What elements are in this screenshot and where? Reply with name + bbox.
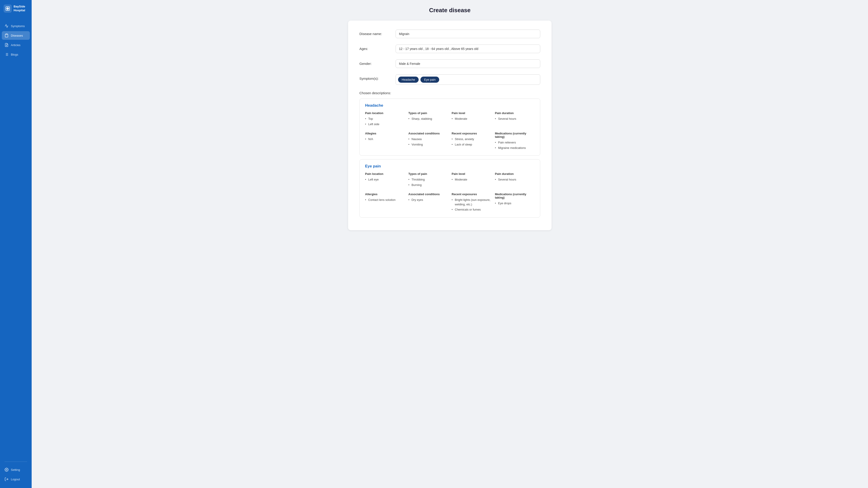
symptoms-row: Symptom(s): Headache Eye pain: [360, 74, 540, 85]
list-item: Moderate: [452, 117, 491, 121]
headache-pain-duration-list: Several hours: [495, 117, 535, 121]
list-item: Lack of sleep: [452, 142, 491, 147]
eye-pain-duration: Pain duration Several hours: [495, 172, 535, 188]
list-item: Chemicals or fumes: [452, 207, 491, 212]
logo[interactable]: BaySide Hospital: [0, 0, 32, 17]
list-item: Sharp, stabbing: [408, 117, 448, 121]
eye-pain-location: Pain location Left eye: [365, 172, 405, 188]
sidebar-item-articles[interactable]: Articles: [2, 41, 30, 49]
sidebar-label-setting: Setting: [11, 468, 20, 471]
list-item: Burning: [408, 183, 448, 187]
disease-name-label: Disease name:: [360, 30, 396, 36]
headache-medications-list: Pain relievers Migraine medications: [495, 140, 535, 150]
eye-pain-level: Pain level Moderate: [452, 172, 491, 188]
symptom-tag-headache[interactable]: Headache: [398, 76, 418, 83]
headache-pain-level-title: Pain level: [452, 111, 491, 115]
headache-associated-conditions: Associated conditions Nausea Vomiting: [408, 132, 448, 151]
list-item: Moderate: [452, 177, 491, 182]
eye-medications: Medications (currently taking) Eye drops: [495, 193, 535, 213]
description-card-eye-pain: Eye pain Pain location Left eye Types of…: [360, 159, 540, 218]
list-icon: [4, 53, 8, 57]
chosen-descriptions-section: Chosen descriptions: Headache Pain locat…: [360, 91, 540, 218]
sidebar-item-diseases[interactable]: Diseases: [2, 31, 30, 40]
eye-recent-exposures-title: Recent exposures: [452, 193, 491, 196]
eye-medications-title: Medications (currently taking): [495, 193, 535, 199]
list-item: Several hours: [495, 177, 535, 182]
headache-pain-duration-title: Pain duration: [495, 111, 535, 115]
eye-pain-location-title: Pain location: [365, 172, 405, 175]
main-content: Create disease Disease name: Ages: Gende…: [32, 0, 868, 488]
ages-input[interactable]: [396, 44, 540, 53]
sidebar-item-blogs[interactable]: Blogs: [2, 50, 30, 59]
symptoms-field: Headache Eye pain: [396, 74, 540, 85]
sidebar-label-diseases: Diseases: [11, 34, 23, 37]
list-item: Left side: [365, 122, 405, 127]
headache-pain-level-list: Moderate: [452, 117, 491, 121]
list-item: Left eye: [365, 177, 405, 182]
headache-recent-exposures-title: Recent exposures: [452, 132, 491, 135]
headache-pain-location-list: Top Left side: [365, 117, 405, 126]
gender-input[interactable]: [396, 59, 540, 68]
sidebar: BaySide Hospital Symptoms Diseases: [0, 0, 32, 488]
headache-pain-location: Pain location Top Left side: [365, 111, 405, 127]
activity-icon: [4, 24, 8, 28]
headache-allergies-title: Allegies: [365, 132, 405, 135]
sidebar-item-symptoms[interactable]: Symptoms: [2, 22, 30, 30]
headache-grid: Pain location Top Left side Types of pai…: [365, 111, 535, 151]
list-item: Stress, anxiety: [452, 137, 491, 141]
symptoms-container[interactable]: Headache Eye pain: [396, 74, 540, 85]
symptoms-label: Symptom(s):: [360, 74, 396, 80]
eye-types-of-pain: Types of pain Throbbing Burning: [408, 172, 448, 188]
gender-label: Gender:: [360, 59, 396, 66]
list-item: Contact lens solution: [365, 198, 405, 202]
chosen-descriptions-label: Chosen descriptions:: [360, 91, 540, 95]
eye-pain-level-title: Pain level: [452, 172, 491, 175]
disease-name-input[interactable]: [396, 30, 540, 38]
logo-icon: [4, 4, 12, 13]
gender-row: Gender:: [360, 59, 540, 68]
svg-point-11: [6, 469, 7, 470]
eye-pain-grid: Pain location Left eye Types of pain Thr…: [365, 172, 535, 213]
list-item: Migraine medications: [495, 146, 535, 150]
headache-recent-exposures: Recent exposures Stress, anxiety Lack of…: [452, 132, 491, 151]
ages-row: Ages:: [360, 44, 540, 53]
eye-allergies-list: Contact lens solution: [365, 198, 405, 202]
list-item: Bright lights (sun exposure, welding, et…: [452, 198, 491, 206]
sidebar-item-setting[interactable]: Setting: [2, 465, 30, 474]
eye-allergies: Allergies Contact lens solution: [365, 193, 405, 213]
list-item: N/A: [365, 137, 405, 141]
page-title: Create disease: [41, 7, 859, 14]
ages-field: [396, 44, 540, 53]
sidebar-nav: Symptoms Diseases Articles: [0, 22, 32, 460]
eye-assoc-conditions-list: Dry eyes: [408, 198, 448, 202]
headache-types-of-pain: Types of pain Sharp, stabbing: [408, 111, 448, 127]
eye-types-pain-list: Throbbing Burning: [408, 177, 448, 187]
svg-point-1: [7, 8, 8, 9]
headache-pain-location-title: Pain location: [365, 111, 405, 115]
list-item: Dry eyes: [408, 198, 448, 202]
list-item: Several hours: [495, 117, 535, 121]
file-icon: [4, 43, 8, 47]
headache-allergies: Allegies N/A: [365, 132, 405, 151]
headache-pain-duration: Pain duration Several hours: [495, 111, 535, 127]
sidebar-item-logout[interactable]: Logout: [2, 475, 30, 484]
eye-allergies-title: Allergies: [365, 193, 405, 196]
list-item: Pain relievers: [495, 140, 535, 145]
list-item: Eye drops: [495, 201, 535, 205]
clipboard-icon: [4, 33, 8, 37]
description-title-headache: Headache: [365, 103, 535, 108]
list-item: Vomiting: [408, 142, 448, 147]
sidebar-bottom: Setting Logout: [0, 460, 32, 488]
logout-icon: [4, 477, 8, 481]
ages-label: Ages:: [360, 44, 396, 51]
description-card-headache: Headache Pain location Top Left side Typ…: [360, 98, 540, 156]
symptom-tag-eye-pain[interactable]: Eye pain: [421, 76, 439, 83]
list-item: Nausea: [408, 137, 448, 141]
list-item: Throbbing: [408, 177, 448, 182]
disease-name-row: Disease name:: [360, 30, 540, 38]
eye-associated-conditions: Associated conditions Dry eyes: [408, 193, 448, 213]
eye-recent-exposures-list: Bright lights (sun exposure, welding, et…: [452, 198, 491, 212]
eye-pain-level-list: Moderate: [452, 177, 491, 182]
sidebar-label-symptoms: Symptoms: [11, 24, 25, 28]
gear-icon: [4, 468, 8, 472]
